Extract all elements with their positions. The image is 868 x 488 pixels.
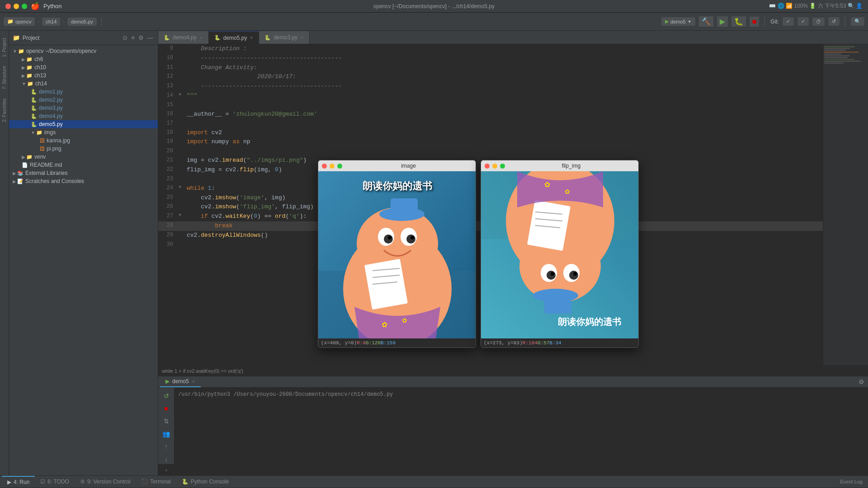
tree-label: ch10 (34, 64, 46, 70)
tab-demo5[interactable]: 🐍 demo5.py ✕ (209, 31, 259, 44)
fold-arrow[interactable]: ▼ (179, 91, 185, 99)
img-maximize-btn[interactable] (500, 164, 505, 169)
tree-item-demo2[interactable]: 🐍 demo2.py (9, 96, 158, 104)
code-line-14: 14 ▼ """ (158, 91, 823, 101)
maximize-button[interactable] (22, 4, 27, 9)
close-icon[interactable]: ✕ (250, 35, 253, 40)
minimap-line (824, 50, 846, 51)
tree-item-demo5[interactable]: 🐍 demo5.py (9, 120, 158, 128)
git-history-btn[interactable]: ⏱ (812, 18, 825, 26)
sidebar-item-project[interactable]: 1: Project (1, 34, 8, 61)
close-icon[interactable]: ✕ (199, 35, 203, 40)
sidebar-item-structure[interactable]: 7: Structure (1, 62, 8, 93)
panel-header: 📁 Project ⊙ ≡ ⚙ — (9, 31, 158, 45)
img-minimize-btn[interactable] (492, 164, 497, 169)
titlebar: 🍎 Python opencv [~/Documents/opencv] - .… (0, 0, 868, 13)
run-tab-label: demo5 (172, 378, 189, 385)
tree-item-demo3[interactable]: 🐍 demo3.py (9, 104, 158, 112)
svg-text:朗读你妈的遗书: 朗读你妈的遗书 (558, 317, 621, 327)
tree-item-root[interactable]: ▼ 📁 opencv ~/Documents/opencv (9, 47, 158, 55)
tree-item-scratches[interactable]: ▶ 📝 Scratches and Consoles (9, 177, 158, 185)
img-window-1-status: (x=409, y=0) R:0 G:120 B:159 (318, 338, 476, 347)
tab-version-control[interactable]: ⑨ 9: Version Control (75, 476, 136, 487)
img-close-btn[interactable] (485, 164, 490, 169)
tree-item-pi[interactable]: 🖼 pi.png (9, 145, 158, 153)
tree-item-imgs[interactable]: ▼ 📁 imgs (9, 128, 158, 136)
tab-python-console[interactable]: 🐍 Python Console (176, 476, 235, 487)
svg-point-9 (410, 236, 414, 239)
tree-item-kanna[interactable]: 🖼 kanna.jpg (9, 136, 158, 145)
settings-btn[interactable]: ⚙ (857, 377, 866, 386)
debug-btn[interactable]: 🐛 (731, 16, 746, 27)
minimap-line (824, 48, 850, 49)
tree-item-ch13[interactable]: ▶ 📁 ch13 (9, 71, 158, 80)
minimap-line (824, 53, 841, 55)
code-line-16: 16 __author__ = 'zhulongkun20@gmail.com' (158, 110, 823, 119)
git-revert-btn[interactable]: ↺ (828, 17, 840, 26)
svg-rect-12 (364, 259, 408, 310)
up-btn[interactable]: ↑ (163, 441, 170, 452)
close-button[interactable] (5, 4, 11, 9)
code-line-12: 12 2020/10/17: (158, 72, 823, 82)
tab-run[interactable]: ▶ 4: Run (2, 476, 35, 488)
md-icon: 📄 (22, 162, 28, 168)
image-window-1[interactable]: image (318, 160, 476, 348)
sidebar-item-favorites[interactable]: 2: Favorites (1, 95, 8, 126)
tree-item-readme[interactable]: 📄 README.md (9, 161, 158, 169)
run-icon: ▶ (165, 378, 170, 385)
tab-label: 9: Version Control (87, 479, 130, 485)
stop-run-btn[interactable]: ■ (162, 403, 170, 414)
git-checkmark-btn[interactable]: ✓ (783, 17, 794, 26)
scope-btn[interactable]: ⊙ (122, 33, 128, 42)
project-btn[interactable]: 📁 opencv (4, 17, 35, 26)
tree-label: demo5.py (39, 121, 63, 127)
event-log[interactable]: Event Log (836, 479, 866, 484)
tree-item-ch10[interactable]: ▶ 📁 ch10 (9, 63, 158, 71)
down-btn[interactable]: ↓ (163, 454, 170, 464)
tree-item-demo4[interactable]: 🐍 demo4.py (9, 112, 158, 120)
close-icon[interactable]: ✕ (300, 35, 304, 40)
code-line-15: 15 (158, 101, 823, 110)
minimize-panel-btn[interactable]: — (146, 33, 154, 42)
sort-btn[interactable]: ⇅ (162, 416, 171, 427)
chevron-down-icon[interactable]: › (162, 465, 171, 474)
minimize-button[interactable] (14, 4, 19, 9)
run-tab-demo5[interactable]: ▶ demo5 ✕ (160, 376, 201, 387)
titlebar-right: ⌨️ 🌐 📶 100% 🔋 六 下午5:53 🔍 👤 (769, 2, 863, 10)
settings-btn[interactable]: ⚙ (137, 33, 145, 42)
img-maximize-btn[interactable] (337, 164, 342, 169)
img-minimize-btn[interactable] (330, 164, 335, 169)
rerun-btn[interactable]: ↺ (162, 390, 171, 401)
tab-demo4[interactable]: 🐍 demo4.py ✕ (158, 31, 209, 44)
users-btn[interactable]: 👥 (160, 428, 172, 439)
stop-btn[interactable]: ■ (750, 17, 760, 27)
image-window-2[interactable]: flip_img (481, 160, 639, 348)
tree-item-demo1[interactable]: 🐍 demo1.py (9, 88, 158, 96)
project-folder-icon: 📁 (13, 34, 20, 41)
folder-icon: 📁 (18, 48, 24, 54)
tab-terminal[interactable]: ⬛ Terminal (136, 476, 176, 487)
chevron-right-icon: ▶ (22, 155, 25, 160)
tree-item-ch14[interactable]: ▼ 📁 ch14 (9, 80, 158, 88)
pixel-coords-2: (x=273, y=83) (484, 340, 523, 346)
search-everywhere-btn[interactable]: 🔍 (851, 17, 864, 26)
git-check2-btn[interactable]: ✓ (797, 17, 809, 26)
run-output[interactable]: /usr/bin/python3 /Users/youyou-2608/Docu… (175, 388, 868, 464)
tree-item-extlibs[interactable]: ▶ 📚 External Libraries (9, 169, 158, 177)
collapse-btn[interactable]: ≡ (130, 33, 136, 42)
tree-item-venv[interactable]: ▶ 📁 venv (9, 153, 158, 161)
pixel-b-2: B:34 (549, 340, 561, 346)
folder-icon: 📁 (36, 130, 42, 136)
tab-label: 4: Run (14, 479, 29, 485)
file-btn[interactable]: demo5.py (67, 18, 96, 26)
build-btn[interactable]: 🔨 (699, 16, 713, 27)
tab-demo3[interactable]: 🐍 demo3.py ✕ (259, 31, 310, 44)
run-config-btn[interactable]: ▶ demo5 ▼ (661, 17, 695, 26)
tab-todo[interactable]: ☑ 6: TODO (35, 476, 75, 487)
tree-item-ch6[interactable]: ▶ 📁 ch6 (9, 55, 158, 63)
folder-btn[interactable]: ch14 (42, 18, 60, 26)
close-icon[interactable]: ✕ (192, 379, 195, 384)
img-close-btn[interactable] (322, 164, 327, 169)
tree-label: venv (34, 154, 46, 160)
run-btn[interactable]: ▶ (717, 16, 728, 27)
